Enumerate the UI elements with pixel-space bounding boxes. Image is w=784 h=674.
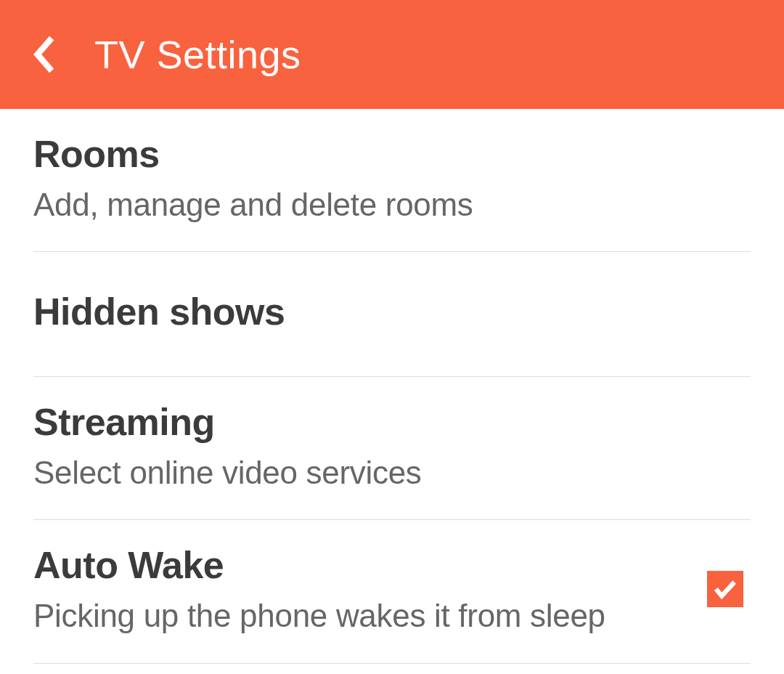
setting-title: Auto Wake: [33, 542, 693, 589]
setting-subtitle: Picking up the phone wakes it from sleep: [33, 595, 693, 636]
setting-title: Rooms: [33, 131, 751, 178]
setting-item-auto-wake[interactable]: Auto Wake Picking up the phone wakes it …: [33, 520, 751, 663]
setting-text: Rooms Add, manage and delete rooms: [33, 131, 751, 225]
setting-item-streaming[interactable]: Streaming Select online video services: [33, 377, 751, 520]
setting-subtitle: Select online video services: [33, 452, 751, 493]
settings-list: Rooms Add, manage and delete rooms Hidde…: [0, 109, 784, 664]
setting-title: Streaming: [33, 399, 751, 446]
back-icon[interactable]: [29, 33, 58, 76]
setting-text: Streaming Select online video services: [33, 399, 751, 493]
setting-text: Auto Wake Picking up the phone wakes it …: [33, 542, 693, 636]
header: TV Settings: [0, 0, 784, 109]
checkbox-auto-wake[interactable]: [707, 571, 743, 607]
setting-text: Hidden shows: [33, 274, 751, 350]
setting-title: Hidden shows: [33, 274, 751, 350]
setting-subtitle: Add, manage and delete rooms: [33, 184, 751, 225]
page-title: TV Settings: [94, 32, 301, 77]
setting-item-rooms[interactable]: Rooms Add, manage and delete rooms: [33, 109, 751, 252]
setting-item-hidden-shows[interactable]: Hidden shows: [33, 252, 751, 377]
check-icon: [711, 575, 739, 603]
